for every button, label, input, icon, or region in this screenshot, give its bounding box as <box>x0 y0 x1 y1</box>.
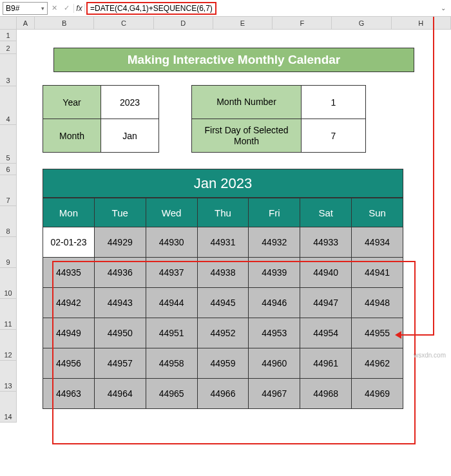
calendar-cell[interactable]: 44942 <box>43 288 95 318</box>
calendar-cell[interactable]: 44957 <box>94 348 146 379</box>
monthnum-value-cell[interactable]: 1 <box>302 86 366 119</box>
select-all-corner[interactable] <box>0 17 17 29</box>
calendar-cell[interactable]: 44934 <box>352 227 403 258</box>
calendar-cell[interactable]: 44956 <box>43 348 95 379</box>
calendar-cell[interactable]: 44931 <box>197 227 249 258</box>
col-header-d[interactable]: D <box>154 17 213 29</box>
row-header-3[interactable]: 3 <box>0 54 17 86</box>
row-header-5[interactable]: 5 <box>0 125 17 164</box>
fx-icon[interactable]: fx <box>73 4 85 13</box>
expand-formula-bar-icon[interactable]: ⌄ <box>438 5 448 12</box>
col-header-a[interactable]: A <box>17 17 35 29</box>
firstday-value-cell[interactable]: 7 <box>302 119 366 153</box>
sheet-content: Making Interactive Monthly Calendar Year… <box>17 30 451 409</box>
calendar-cell[interactable]: 44947 <box>300 288 352 318</box>
col-header-h[interactable]: H <box>392 17 451 29</box>
table-row: 02-01-23449294493044931449324493344934 <box>43 227 403 258</box>
col-header-b[interactable]: B <box>35 17 94 29</box>
day-header-sun[interactable]: Sun <box>352 198 403 227</box>
calendar-cell[interactable]: 44965 <box>146 379 197 409</box>
calendar-cell[interactable]: 44962 <box>352 348 403 379</box>
month-value-cell[interactable]: Jan <box>101 119 159 153</box>
col-header-c[interactable]: C <box>94 17 153 29</box>
calendar-cell[interactable]: 44938 <box>197 258 249 288</box>
year-value-cell[interactable]: 2023 <box>101 86 159 119</box>
row-header-1[interactable]: 1 <box>0 30 17 41</box>
calendar-cell[interactable]: 44958 <box>146 348 197 379</box>
calendar-cell[interactable]: 44968 <box>300 379 352 409</box>
calendar-cell[interactable]: 44935 <box>43 258 95 288</box>
day-header-thu[interactable]: Thu <box>197 198 249 227</box>
calendar-cell[interactable]: 44937 <box>146 258 197 288</box>
chevron-down-icon[interactable]: ▾ <box>41 5 44 12</box>
calendar-cell[interactable]: 44960 <box>249 348 300 379</box>
calendar-cell[interactable]: 44953 <box>249 318 300 348</box>
calendar-cell[interactable]: 44939 <box>249 258 300 288</box>
name-box[interactable]: B9# ▾ <box>3 2 48 15</box>
calendar-cell[interactable]: 44945 <box>197 288 249 318</box>
calendar-cell[interactable]: 44943 <box>94 288 146 318</box>
column-headers: A B C D E F G H <box>0 17 451 30</box>
calendar-cell[interactable]: 44964 <box>94 379 146 409</box>
day-header-wed[interactable]: Wed <box>146 198 197 227</box>
day-header-sat[interactable]: Sat <box>300 198 352 227</box>
row-header-13[interactable]: 13 <box>0 361 17 392</box>
calendar-cell[interactable]: 44936 <box>94 258 146 288</box>
calendar-cell[interactable]: 44932 <box>249 227 300 258</box>
table-row: Year 2023 <box>43 86 159 119</box>
calendar-cell[interactable]: 44949 <box>43 318 95 348</box>
calendar-cell[interactable]: 44967 <box>249 379 300 409</box>
calendar-cell[interactable]: 44930 <box>146 227 197 258</box>
check-icon[interactable]: ✓ <box>61 4 72 12</box>
calendar-cell[interactable]: 44944 <box>146 288 197 318</box>
day-header-tue[interactable]: Tue <box>94 198 146 227</box>
calendar-cell[interactable]: 44961 <box>300 348 352 379</box>
calendar-cell[interactable]: 02-01-23 <box>43 227 95 258</box>
calendar-cell[interactable]: 44963 <box>43 379 95 409</box>
row-header-4[interactable]: 4 <box>0 86 17 125</box>
calendar-cell[interactable]: 44933 <box>300 227 352 258</box>
calendar-cell[interactable]: 44950 <box>94 318 146 348</box>
month-info-table: Month Number 1 First Day of Selected Mon… <box>191 85 366 153</box>
calendar-cell[interactable]: 44969 <box>352 379 403 409</box>
firstday-label-cell[interactable]: First Day of Selected Month <box>192 119 302 153</box>
formula-bar-row: B9# ▾ ✕ ✓ fx =DATE(C4,G4,1)+SEQUENCE(6,7… <box>0 0 451 17</box>
calendar-cell[interactable]: 44948 <box>352 288 403 318</box>
row-header-10[interactable]: 10 <box>0 268 17 299</box>
row-header-12[interactable]: 12 <box>0 330 17 361</box>
row-header-11[interactable]: 11 <box>0 299 17 330</box>
calendar-cell[interactable]: 44966 <box>197 379 249 409</box>
row-header-7[interactable]: 7 <box>0 175 17 206</box>
cancel-icon[interactable]: ✕ <box>49 4 60 12</box>
name-box-text: B9# <box>6 4 19 13</box>
row-header-14[interactable]: 14 <box>0 392 17 423</box>
row-header-6[interactable]: 6 <box>0 164 17 175</box>
calendar-cell[interactable]: 44941 <box>352 258 403 288</box>
page-title[interactable]: Making Interactive Monthly Calendar <box>53 48 414 72</box>
calendar-cell[interactable]: 44954 <box>300 318 352 348</box>
calendar-cell[interactable]: 44946 <box>249 288 300 318</box>
month-label-cell[interactable]: Month <box>43 119 101 153</box>
col-header-f[interactable]: F <box>273 17 332 29</box>
year-label-cell[interactable]: Year <box>43 86 101 119</box>
formula-bar[interactable]: =DATE(C4,G4,1)+SEQUENCE(6,7) <box>86 2 216 15</box>
calendar-body: 02-01-2344929449304493144932449334493444… <box>43 227 403 409</box>
calendar-cell[interactable]: 44940 <box>300 258 352 288</box>
calendar-cell[interactable]: 44959 <box>197 348 249 379</box>
col-header-g[interactable]: G <box>332 17 391 29</box>
calendar-title[interactable]: Jan 2023 <box>43 169 403 198</box>
row-header-8[interactable]: 8 <box>0 206 17 237</box>
row-header-2[interactable]: 2 <box>0 41 17 54</box>
day-header-fri[interactable]: Fri <box>249 198 300 227</box>
calendar-cell[interactable]: 44952 <box>197 318 249 348</box>
table-row: 44949449504495144952449534495444955 <box>43 318 403 348</box>
row-header-9[interactable]: 9 <box>0 237 17 268</box>
info-tables-row: Year 2023 Month Jan Month Number 1 First… <box>43 85 445 153</box>
col-header-e[interactable]: E <box>213 17 273 29</box>
table-row: 44963449644496544966449674496844969 <box>43 379 403 409</box>
calendar-cell[interactable]: 44951 <box>146 318 197 348</box>
day-header-mon[interactable]: Mon <box>43 198 95 227</box>
calendar-cell[interactable]: 44929 <box>94 227 146 258</box>
formula-text: =DATE(C4,G4,1)+SEQUENCE(6,7) <box>90 4 213 13</box>
monthnum-label-cell[interactable]: Month Number <box>192 86 302 119</box>
